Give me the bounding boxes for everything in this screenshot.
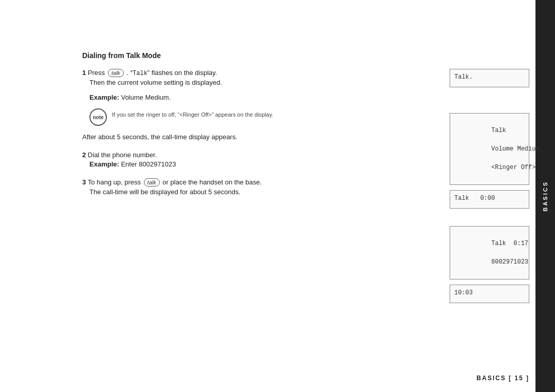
step-3-sub: The call-time will be displayed for abou… — [89, 188, 434, 196]
display-2-line1: Talk — [491, 127, 506, 134]
display-2-line2: Volume Medium — [491, 145, 540, 153]
display-4: Talk 0:17 8002971023 — [450, 226, 529, 279]
display-5: 10:03 — [450, 285, 529, 303]
step-3-text-before: To hang up, press — [88, 178, 143, 186]
example-2-label: Example: — [89, 160, 119, 168]
step-1-number: 1 — [82, 69, 86, 77]
display-2-line3: <Ringer Off> — [491, 164, 535, 171]
example-1-value: Volume Medium. — [121, 94, 171, 101]
display-3: Talk 0:00 — [450, 190, 529, 209]
display-2: Talk Volume Medium <Ringer Off> — [450, 113, 529, 185]
step-1-text-before: Press — [88, 69, 105, 77]
step-1-example: Example: Volume Medium. — [89, 94, 434, 101]
content-layout: 1 Press talk . “Talk” flashes on the dis… — [82, 69, 529, 303]
step-1-sub: Then the current volume setting is displ… — [89, 79, 434, 86]
step-1-line1: 1 Press talk . “Talk” flashes on the dis… — [82, 69, 434, 77]
side-tab: BASICS — [535, 0, 555, 392]
note-box: note If you set the ringer to off, “<Rin… — [89, 108, 434, 126]
display-4-line1: Talk 0:17 — [491, 240, 528, 247]
step-3: 3 To hang up, press talk or place the ha… — [82, 178, 434, 196]
section-title: Dialing from Talk Mode — [82, 51, 529, 60]
note-icon: note — [89, 108, 107, 126]
step-1-talk-button: talk — [108, 69, 124, 77]
display-spacer-1 — [450, 92, 529, 108]
step-2-text: Dial the phone number. — [88, 151, 157, 159]
step-2-number: 2 — [82, 151, 86, 159]
display-spacer-2 — [450, 214, 529, 221]
display-4-line2: 8002971023 — [491, 258, 528, 266]
display-1: Talk. — [450, 69, 529, 87]
step-2-example: Example: Enter 8002971023 — [89, 160, 434, 168]
note-text: If you set the ringer to off, “<Ringer O… — [112, 108, 273, 119]
step-3-number: 3 — [82, 178, 86, 186]
step-1: 1 Press talk . “Talk” flashes on the dis… — [82, 69, 434, 141]
page: BASICS Dialing from Talk Mode 1 Press ta… — [0, 0, 555, 392]
step-3-text-after: or place the handset on the base. — [162, 178, 262, 186]
step-1-text-after: . “Talk” flashes on the display. — [126, 69, 217, 77]
step-2: 2 Dial the phone number. Example: Enter … — [82, 151, 434, 168]
main-content: Dialing from Talk Mode 1 Press talk . “T… — [82, 51, 529, 361]
example-2-value: Enter 8002971023 — [121, 160, 176, 168]
page-footer: BASICS [ 15 ] — [476, 375, 529, 382]
step-2-line1: 2 Dial the phone number. — [82, 151, 434, 159]
example-1-label: Example: — [89, 94, 119, 101]
right-column: Talk. Talk Volume Medium <Ringer Off> Ta… — [450, 69, 529, 303]
step-3-line1: 3 To hang up, press talk or place the ha… — [82, 178, 434, 186]
left-column: 1 Press talk . “Talk” flashes on the dis… — [82, 69, 434, 206]
step-3-talk-button: talk — [144, 178, 160, 186]
after-seconds-text: After about 5 seconds, the call-time dis… — [82, 133, 434, 141]
side-tab-label: BASICS — [542, 181, 548, 212]
